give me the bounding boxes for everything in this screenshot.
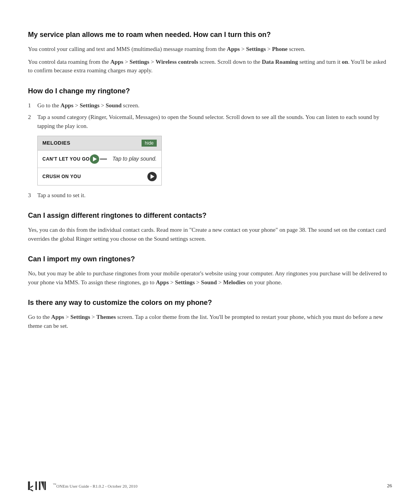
play-icon-2 (150, 174, 154, 179)
bold-apps-2: Apps (110, 59, 123, 65)
step-1-text: Go to the Apps > Settings > Sound screen… (37, 101, 139, 110)
footer-left: ™ONEm User Guide - R1.0.2 - October 20, … (28, 481, 137, 490)
section-ringtone: How do I change my ringtone? 1 Go to the… (28, 86, 392, 200)
section-roaming: My service plan allows me to roam when n… (28, 30, 392, 75)
connector-line-1 (100, 159, 107, 159)
bold-apps-1: Apps (227, 46, 240, 52)
page-content: My service plan allows me to roam when n… (28, 30, 392, 330)
heading-colors: Is there any way to customize the colors… (28, 298, 392, 308)
track-name-1: CAN'T LET YOU GO (42, 156, 89, 163)
melodies-header: MELODIES hide (38, 136, 161, 150)
bold-settings-colors: Settings (70, 314, 90, 320)
bold-sound-import: Sound (201, 279, 217, 285)
step-3: 3 Tap a sound to set it. (28, 191, 392, 200)
hide-button[interactable]: hide (142, 140, 157, 147)
para-assign: Yes, you can do this from the individual… (28, 226, 392, 243)
play-button-1[interactable] (90, 154, 99, 164)
para-import: No, but you may be able to purchase ring… (28, 269, 392, 287)
bold-wireless: Wireless controls (156, 59, 198, 65)
step-1: 1 Go to the Apps > Settings > Sound scre… (28, 101, 392, 110)
bold-settings-1: Settings (246, 46, 266, 52)
track-1-play-area: Tap to play sound. (90, 154, 157, 164)
melodies-row-1: CAN'T LET YOU GO Tap to play sound. (38, 150, 161, 168)
step-num-2: 2 (28, 113, 36, 122)
step-num-3: 3 (28, 191, 36, 200)
section-import: Can I import my own ringtones? No, but y… (28, 254, 392, 287)
kin-logo (28, 481, 46, 490)
track-name-2: CRUSH ON YOU (42, 173, 81, 180)
melodies-row-2: CRUSH ON YOU (38, 168, 161, 185)
footer-guide-text: ™ONEm User Guide - R1.0.2 - October 20, … (53, 482, 137, 489)
para-colors: Go to the Apps > Settings > Themes scree… (28, 313, 392, 330)
tap-label-1: Tap to play sound. (112, 155, 157, 163)
play-icon-1 (93, 157, 97, 161)
play-button-2[interactable] (147, 172, 157, 181)
para-roaming-1: You control your calling and text and MM… (28, 45, 392, 54)
bold-sound-step1: Sound (106, 102, 122, 108)
heading-assign: Can I assign different ringtones to diff… (28, 210, 392, 221)
footer-page-number: 26 (387, 482, 392, 490)
bold-on: on (342, 59, 348, 65)
step-3-list: 3 Tap a sound to set it. (28, 191, 392, 200)
bold-melodies-import: Melodies (223, 279, 246, 285)
bold-themes-colors: Themes (96, 314, 116, 320)
step-3-text: Tap a sound to set it. (37, 191, 86, 200)
bold-settings-step1: Settings (80, 102, 100, 108)
step-2-text: Tap a sound category (Ringer, Voicemail,… (37, 113, 392, 130)
bold-apps-step1: Apps (61, 102, 74, 108)
bold-phone: Phone (272, 46, 287, 52)
footer: ™ONEm User Guide - R1.0.2 - October 20, … (28, 481, 392, 490)
heading-import: Can I import my own ringtones? (28, 254, 392, 264)
ringtone-steps: 1 Go to the Apps > Settings > Sound scre… (28, 101, 392, 131)
section-colors: Is there any way to customize the colors… (28, 298, 392, 330)
section-assign: Can I assign different ringtones to diff… (28, 210, 392, 243)
bold-apps-colors: Apps (51, 314, 64, 320)
heading-roaming: My service plan allows me to roam when n… (28, 30, 392, 40)
melodies-label: MELODIES (42, 139, 70, 147)
heading-ringtone: How do I change my ringtone? (28, 86, 392, 96)
bold-dataroaming: Data Roaming (262, 59, 298, 65)
melodies-box: MELODIES hide CAN'T LET YOU GO Tap to pl… (37, 136, 162, 186)
para-roaming-2: You control data roaming from the Apps >… (28, 58, 392, 75)
step-2: 2 Tap a sound category (Ringer, Voicemai… (28, 113, 392, 130)
bold-apps-import: Apps (156, 279, 169, 285)
bold-settings-2: Settings (130, 59, 149, 65)
step-num-1: 1 (28, 101, 36, 110)
bold-settings-import: Settings (175, 279, 195, 285)
